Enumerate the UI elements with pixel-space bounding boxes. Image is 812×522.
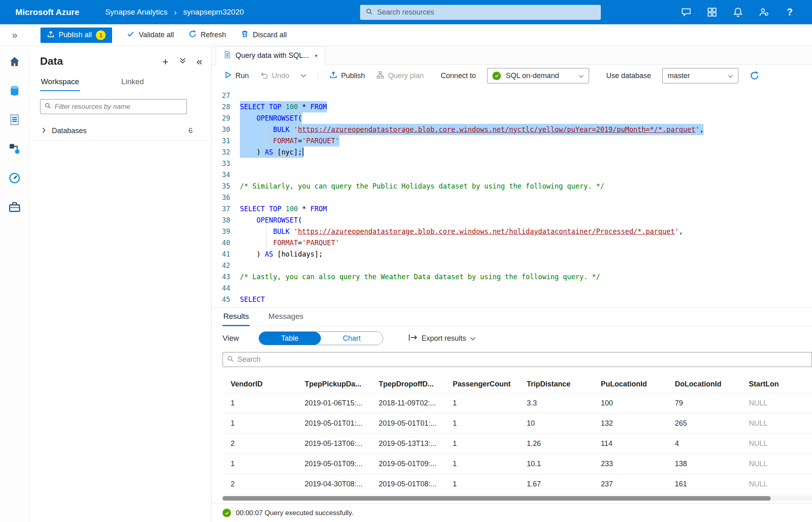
monitor-gauge-icon [8,172,21,184]
data-panel: Data + « Workspace Linked Databases 6 [30,46,212,522]
indent-guide [266,124,267,135]
code-line[interactable]: 34 [212,169,812,180]
code-text: BULK 'https://azureopendatastorage.blob.… [240,124,704,135]
hub-develop[interactable] [8,113,21,126]
collapse-all-icon[interactable] [179,57,186,66]
sql-editor[interactable]: 2728SELECT TOP 100 * FROM29 OPENROWSET(3… [212,87,812,307]
refresh-button[interactable]: Refresh [189,30,226,40]
code-line[interactable]: 27 [212,90,812,101]
code-line[interactable]: 36 [212,192,812,203]
tree-item-databases[interactable]: Databases 6 [30,121,211,141]
table-row[interactable]: 22019-04-30T08:...2019-05-01T08:...11.67… [223,474,812,494]
column-header[interactable]: VendorID [223,375,297,393]
column-header[interactable]: TpepPickupDa... [297,375,371,393]
use-database-label: Use database [606,72,651,80]
column-header[interactable]: TpepDropoffD... [371,375,445,393]
data-panel-tabs: Workspace Linked [30,74,211,91]
horizontal-scrollbar[interactable] [223,496,812,501]
column-header[interactable]: TripDistance [519,375,593,393]
settings-person-icon[interactable] [759,7,769,17]
collapse-panel-icon[interactable]: « [197,56,202,67]
results-search-box[interactable] [223,352,812,367]
validate-all-button[interactable]: Validate all [127,30,174,40]
code-line[interactable]: 31 FORMAT='PARQUET' [212,135,812,146]
filter-resources-input[interactable] [55,103,182,111]
table-cell: NULL [741,434,812,454]
code-line[interactable]: 28SELECT TOP 100 * FROM [212,101,812,112]
azure-brand[interactable]: Microsoft Azure [15,7,79,17]
export-results-button[interactable]: Export results [408,334,476,343]
code-line[interactable]: 29 OPENROWSET( [212,112,812,124]
code-line[interactable]: 44 [212,282,812,294]
notifications-bell-icon[interactable] [733,7,743,17]
table-cell: 2019-05-01T08:... [371,474,445,494]
hub-manage[interactable] [8,201,21,214]
column-header[interactable]: PassengerCount [445,375,519,393]
run-button[interactable]: Run [224,71,249,81]
table-cell: 2019-05-01T09:... [297,454,371,474]
code-text: FORMAT='PARQUET' [240,237,339,248]
publish-all-button[interactable]: Publish all 1 [40,28,112,43]
expand-sidebar-icon[interactable]: » [0,30,30,41]
column-header[interactable]: PuLocationId [593,375,667,393]
discard-all-button[interactable]: Discard all [241,30,287,40]
add-resource-icon[interactable]: + [162,56,168,67]
code-line[interactable]: 39 BULK 'https://azureopendatastorage.bl… [212,226,812,237]
code-line[interactable]: 35/* Similarly, you can query the Public… [212,180,812,192]
table-row[interactable]: 12019-05-01T01:...2019-05-01T01:...11013… [223,413,812,433]
code-line[interactable]: 42 [212,260,812,271]
table-row[interactable]: 22019-05-13T06:...2019-05-13T13:...11.26… [223,433,812,454]
view-label: View [223,334,239,343]
expand-chevron-icon[interactable] [42,127,46,135]
results-body-rows: 12019-01-06T15:...2018-11-09T02:...13.31… [223,393,812,494]
code-line[interactable]: 43/* Lastly, you can also query the Weat… [212,271,812,282]
column-header[interactable]: DoLocationId [667,375,741,393]
breadcrumb-service[interactable]: Synapse Analytics [105,8,167,17]
view-table-option[interactable]: Table [259,332,321,345]
tab-results[interactable]: Results [223,312,250,326]
code-line[interactable]: 32 ) AS [nyc]; [212,146,812,158]
feedback-icon[interactable] [681,7,691,17]
tab-messages[interactable]: Messages [267,312,304,326]
resource-search-box[interactable] [360,5,601,20]
view-chart-option[interactable]: Chart [321,332,383,345]
resource-search-input[interactable] [377,8,595,17]
directory-switch-icon[interactable] [707,7,717,17]
hub-integrate[interactable] [8,142,21,155]
tab-workspace[interactable]: Workspace [40,74,80,91]
tab-query-data-with-sql[interactable]: Query data with SQL... ● [216,46,325,65]
query-plan-button[interactable]: Query plan [376,71,424,81]
help-icon[interactable]: ? [784,7,795,17]
undo-button[interactable]: Undo [260,71,289,81]
column-header[interactable]: StartLon [741,375,812,393]
database-dropdown[interactable]: master [662,68,738,83]
table-row[interactable]: 12019-05-01T09:...2019-05-01T09:...110.1… [223,454,812,474]
code-line[interactable]: 40 FORMAT='PARQUET' [212,237,812,248]
tab-linked[interactable]: Linked [121,74,145,91]
code-line[interactable]: 33 [212,158,812,169]
code-line[interactable]: 38 OPENROWSET( [212,214,812,226]
table-cell: 1 [223,414,297,433]
table-cell: 10 [519,414,593,433]
breadcrumb-workspace[interactable]: synapsepm32020 [183,8,244,17]
code-line[interactable]: 37SELECT TOP 100 * FROM [212,203,812,214]
code-line[interactable]: 41 ) AS [holidays]; [212,248,812,260]
line-number: 40 [212,237,240,248]
publish-button[interactable]: Publish [329,71,365,81]
undo-menu-button[interactable] [301,74,306,78]
refresh-database-button[interactable] [750,71,759,81]
run-play-icon [224,71,232,81]
filter-resources-box[interactable] [40,99,187,114]
table-row[interactable]: 12019-01-06T15:...2018-11-09T02:...13.31… [223,393,812,413]
results-search-input[interactable] [237,355,808,364]
hub-data[interactable] [8,84,21,97]
code-text: /* Lastly, you can also query the Weathe… [240,271,600,282]
hub-home[interactable] [8,55,21,68]
hub-monitor[interactable] [8,172,21,185]
scrollbar-thumb[interactable] [223,496,771,501]
refresh-icon [189,30,197,40]
code-line[interactable]: 45SELECT [212,294,812,305]
code-line[interactable]: 30 BULK 'https://azureopendatastorage.bl… [212,124,812,135]
connect-to-dropdown[interactable]: SQL on-demand [487,68,589,83]
table-cell: 2 [223,434,297,454]
